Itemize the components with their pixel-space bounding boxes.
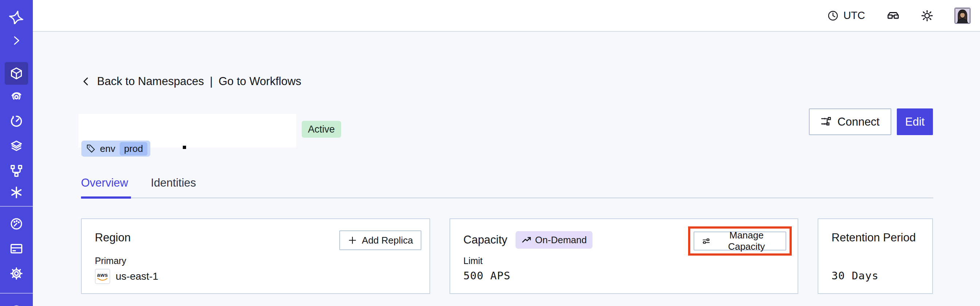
sidebar-item-settings[interactable] xyxy=(0,262,33,285)
trending-up-icon xyxy=(521,235,531,245)
active-tab-indicator xyxy=(81,196,131,199)
tag-key: env xyxy=(100,143,115,155)
breadcrumb-separator: | xyxy=(210,75,213,88)
region-card-title: Region xyxy=(95,231,130,244)
region-card: Region Add Replica Primary aws us-east-1 xyxy=(81,218,430,294)
annotation-highlight-box: Manage Capacity xyxy=(688,226,792,256)
manage-capacity-label: Manage Capacity xyxy=(715,230,778,252)
redaction-artifact xyxy=(183,146,186,149)
connect-button-label: Connect xyxy=(837,115,879,129)
breadcrumb-workflows-link[interactable]: Go to Workflows xyxy=(218,75,301,88)
add-replica-label: Add Replica xyxy=(362,235,413,246)
timezone-label: UTC xyxy=(843,10,865,22)
tag-value: prod xyxy=(120,142,147,156)
sidebar-expand-button[interactable] xyxy=(0,29,33,52)
on-demand-label: On-Demand xyxy=(535,234,587,246)
retention-card-title: Retention Period xyxy=(832,231,916,244)
sidebar-item-batch-operations[interactable] xyxy=(0,159,33,183)
capacity-value: 500 APS xyxy=(463,269,511,282)
region-value: us-east-1 xyxy=(116,271,158,282)
tag-icon xyxy=(86,144,95,153)
retention-value: 30 Days xyxy=(832,269,878,282)
sidebar xyxy=(0,0,33,306)
breadcrumb: Back to Namespaces | Go to Workflows xyxy=(81,75,301,88)
status-badge: Active xyxy=(302,121,341,138)
labs-toggle[interactable] xyxy=(886,9,900,22)
sidebar-item-billing[interactable] xyxy=(0,237,33,260)
sidebar-item-workflows[interactable] xyxy=(0,84,33,108)
sidebar-item-help[interactable] xyxy=(0,300,33,306)
sidebar-item-nexus[interactable] xyxy=(0,181,33,204)
tab-identities[interactable]: Identities xyxy=(151,176,196,190)
on-demand-badge: On-Demand xyxy=(515,231,593,249)
capacity-card-title: Capacity xyxy=(463,233,508,247)
aws-logo: aws xyxy=(95,269,110,284)
connect-flow-icon xyxy=(821,116,832,128)
edit-button[interactable]: Edit xyxy=(897,108,933,135)
sliders-icon xyxy=(702,236,710,246)
tab-bar-baseline xyxy=(81,198,933,198)
sidebar-divider xyxy=(0,293,33,293)
sidebar-divider xyxy=(0,206,33,207)
tab-overview[interactable]: Overview xyxy=(81,176,128,190)
avatar-image xyxy=(955,8,970,23)
glasses-icon xyxy=(886,9,900,22)
top-bar: UTC xyxy=(33,0,980,32)
timezone-selector[interactable]: UTC xyxy=(827,10,865,22)
connect-button[interactable]: Connect xyxy=(809,108,891,135)
theme-toggle[interactable] xyxy=(921,9,934,22)
user-avatar[interactable] xyxy=(954,7,971,24)
breadcrumb-back-link[interactable]: Back to Namespaces xyxy=(97,75,204,88)
sidebar-item-usage[interactable] xyxy=(0,212,33,236)
namespace-tag[interactable]: env prod xyxy=(81,140,150,157)
tab-bar: Overview Identities xyxy=(81,176,196,190)
sidebar-item-deployments[interactable] xyxy=(0,134,33,158)
back-chevron-icon[interactable] xyxy=(81,76,91,86)
add-replica-button[interactable]: Add Replica xyxy=(339,230,422,250)
region-value-row: aws us-east-1 xyxy=(95,269,158,284)
sidebar-item-namespaces[interactable] xyxy=(5,62,28,85)
limit-label: Limit xyxy=(463,256,483,266)
aws-smile xyxy=(97,277,108,281)
primary-label: Primary xyxy=(95,256,126,266)
manage-capacity-button[interactable]: Manage Capacity xyxy=(694,231,786,250)
clock-icon xyxy=(827,10,839,22)
sun-icon xyxy=(921,9,934,22)
retention-card: Retention Period 30 Days xyxy=(818,218,933,294)
plus-icon xyxy=(348,236,357,245)
capacity-card: Capacity On-Demand Manage Capacity Limit… xyxy=(450,218,798,294)
temporal-logo-icon[interactable] xyxy=(0,5,33,29)
sidebar-item-schedules[interactable] xyxy=(0,110,33,133)
